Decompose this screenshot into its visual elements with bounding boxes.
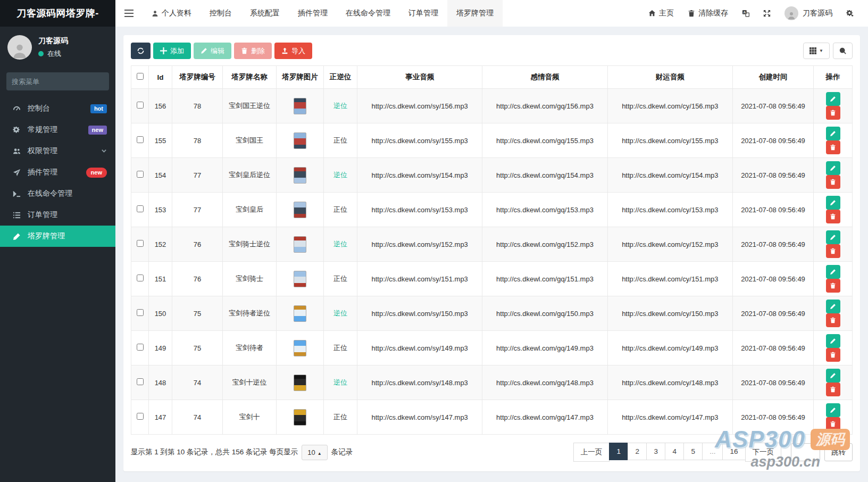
row-delete-button[interactable]: [826, 140, 840, 154]
row-checkbox[interactable]: [137, 309, 144, 316]
svg-text:A: A: [744, 10, 746, 14]
page-button[interactable]: 5: [683, 443, 703, 460]
table-row: 154 77 宝剑皇后逆位 逆位 http://cs.dkewl.com/sy/…: [131, 158, 853, 193]
cell-card-number: 78: [172, 89, 223, 123]
row-checkbox[interactable]: [137, 102, 144, 109]
cell-position: 逆位: [333, 102, 347, 110]
app-logo: 刀客源码网塔罗牌-: [0, 0, 115, 27]
search-input[interactable]: [12, 78, 105, 86]
home-link[interactable]: 主页: [641, 0, 681, 27]
cell-card-name: 宝剑骑士逆位: [223, 227, 277, 262]
cell-wealth-audio: http://cs.dkewl.com/cy/155.mp3: [607, 123, 732, 158]
cell-career-audio: http://cs.dkewl.com/sy/152.mp3: [357, 227, 482, 262]
page-button[interactable]: 4: [665, 443, 684, 460]
row-delete-button[interactable]: [826, 210, 840, 223]
table-search-button[interactable]: [833, 43, 853, 59]
row-edit-button[interactable]: [826, 92, 840, 106]
main-area: 个人资料 控制台 系统配置 插件管理 在线命令管理 订单管理 塔罗牌管理 主页 …: [115, 0, 868, 482]
cell-id: 148: [149, 365, 172, 400]
pagination-summary: 显示第 1 到第 10 条记录，总共 156 条记录 每页显示 10▲ 条记录: [131, 445, 353, 460]
page-button[interactable]: 上一页: [573, 443, 610, 462]
row-delete-button[interactable]: [826, 383, 840, 396]
select-all-checkbox[interactable]: [137, 73, 144, 80]
content-area: 添加 编辑 删除 导入: [115, 27, 868, 482]
columns-dropdown-button[interactable]: ▼: [803, 43, 830, 59]
edit-button[interactable]: 编辑: [194, 43, 231, 59]
page-button[interactable]: 3: [646, 443, 665, 460]
sidebar-item-orders[interactable]: 订单管理: [0, 204, 115, 226]
table-toolbar: 添加 编辑 删除 导入: [131, 43, 853, 59]
column-header: 感情音频: [482, 66, 607, 89]
tab-profile[interactable]: 个人资料: [143, 0, 201, 27]
table-row: 153 77 宝剑皇后 正位 http://cs.dkewl.com/sy/15…: [131, 193, 853, 227]
row-checkbox[interactable]: [137, 136, 144, 143]
sidebar-item-general[interactable]: 常规管理 new: [0, 119, 115, 140]
cell-card-number: 75: [172, 331, 223, 365]
cell-card-number: 74: [172, 400, 223, 435]
row-edit-button[interactable]: [826, 127, 840, 140]
row-checkbox[interactable]: [137, 240, 144, 247]
sidebar-item-tarot[interactable]: 塔罗牌管理: [0, 226, 115, 247]
users-icon: [12, 147, 21, 155]
tab-console[interactable]: 控制台: [201, 0, 241, 27]
row-edit-button[interactable]: [826, 369, 840, 383]
row-checkbox[interactable]: [137, 344, 144, 351]
row-delete-button[interactable]: [826, 313, 840, 327]
user-status: 在线: [38, 49, 68, 59]
row-delete-button[interactable]: [826, 244, 840, 258]
row-edit-button[interactable]: [826, 300, 840, 313]
row-delete-button[interactable]: [826, 175, 840, 189]
cell-created-time: 2021-07-08 09:56:49: [733, 296, 814, 331]
sidebar-item-permissions[interactable]: 权限管理: [0, 140, 115, 162]
settings-gears-icon[interactable]: [839, 0, 861, 27]
row-checkbox[interactable]: [137, 413, 144, 420]
sidebar-item-plugins[interactable]: 插件管理 new: [0, 162, 115, 183]
tab-tarot-management[interactable]: 塔罗牌管理: [447, 0, 503, 27]
row-delete-button[interactable]: [826, 106, 840, 120]
sidebar-item-online-commands[interactable]: 在线命令管理: [0, 183, 115, 204]
translate-icon[interactable]: A: [735, 0, 756, 27]
page-size-selector[interactable]: 10▲: [302, 445, 327, 460]
row-delete-button[interactable]: [826, 279, 840, 293]
user-menu[interactable]: 刀客源码: [778, 0, 839, 27]
row-edit-button[interactable]: [826, 334, 840, 348]
cell-love-audio: http://cs.dkewl.com/gq/148.mp3: [482, 365, 607, 400]
avatar: [784, 6, 798, 20]
cell-wealth-audio: http://cs.dkewl.com/cy/154.mp3: [607, 158, 732, 193]
row-delete-button[interactable]: [826, 348, 840, 362]
column-header: 财运音频: [607, 66, 732, 89]
cell-created-time: 2021-07-08 09:56:49: [733, 331, 814, 365]
watermark-title: ASP300: [715, 426, 805, 453]
column-header: 事业音频: [357, 66, 482, 89]
sidebar-item-dashboard[interactable]: 控制台 hot: [0, 98, 115, 119]
add-button[interactable]: 添加: [153, 43, 191, 59]
row-checkbox[interactable]: [137, 275, 144, 281]
row-checkbox[interactable]: [137, 171, 144, 178]
row-edit-button[interactable]: [826, 403, 840, 417]
column-header: 塔罗牌图片: [277, 66, 324, 89]
cell-position: 正位: [333, 275, 347, 282]
fullscreen-icon[interactable]: [756, 0, 778, 27]
page-button[interactable]: 1: [609, 443, 628, 460]
cell-card-number: 75: [172, 296, 223, 331]
cell-love-audio: http://cs.dkewl.com/gq/151.mp3: [482, 262, 607, 296]
clear-cache-link[interactable]: 清除缓存: [681, 0, 735, 27]
tab-online-commands[interactable]: 在线命令管理: [337, 0, 399, 27]
cell-career-audio: http://cs.dkewl.com/sy/156.mp3: [357, 89, 482, 123]
tarot-card-image: [294, 340, 306, 356]
refresh-button[interactable]: [131, 43, 151, 59]
page-button[interactable]: 2: [628, 443, 647, 460]
row-checkbox[interactable]: [137, 378, 144, 385]
new-badge: new: [88, 126, 107, 135]
row-checkbox[interactable]: [137, 205, 144, 212]
import-button[interactable]: 导入: [274, 43, 312, 59]
delete-button[interactable]: 删除: [234, 43, 272, 59]
row-edit-button[interactable]: [826, 230, 840, 244]
row-edit-button[interactable]: [826, 196, 840, 210]
tab-order-management[interactable]: 订单管理: [399, 0, 447, 27]
row-edit-button[interactable]: [826, 265, 840, 279]
tab-system-config[interactable]: 系统配置: [241, 0, 289, 27]
tab-plugin-management[interactable]: 插件管理: [289, 0, 337, 27]
row-edit-button[interactable]: [826, 161, 840, 175]
hamburger-menu-icon[interactable]: [115, 0, 143, 27]
